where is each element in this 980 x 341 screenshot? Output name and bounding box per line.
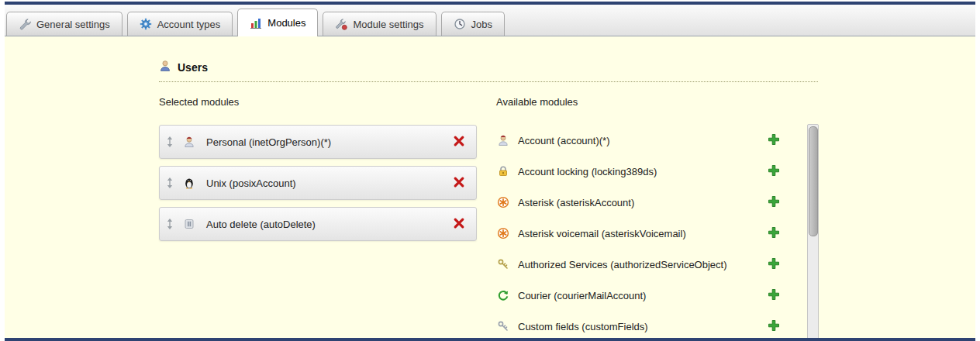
drag-handle-icon[interactable] bbox=[166, 177, 174, 189]
module-label: Custom fields (customFields) bbox=[518, 321, 766, 332]
users-section-header: Users bbox=[159, 60, 975, 75]
tab-module-settings[interactable]: Module settings bbox=[323, 12, 436, 36]
available-module-custom-fields: Custom fields (customFields) bbox=[496, 311, 782, 338]
bar-chart-icon bbox=[250, 17, 262, 29]
keys-icon bbox=[496, 258, 510, 270]
person-icon bbox=[183, 136, 195, 148]
tools-icon bbox=[335, 18, 347, 30]
available-module-courier: Courier (courierMailAccount) bbox=[496, 280, 782, 311]
add-plus-icon bbox=[768, 319, 780, 334]
tab-jobs[interactable]: Jobs bbox=[441, 12, 505, 36]
asterisk-icon bbox=[496, 227, 510, 239]
keys-icon bbox=[496, 320, 510, 332]
delete-x-icon bbox=[453, 176, 465, 191]
add-plus-icon bbox=[768, 195, 780, 210]
tab-strip: General settings Account types Modules M… bbox=[5, 5, 975, 36]
tab-label: Module settings bbox=[353, 19, 423, 30]
available-module-asterisk-voicemail: Asterisk voicemail (asteriskVoicemail) bbox=[496, 218, 782, 249]
modules-tab-content: Users Selected modules Personal (inetOrg… bbox=[5, 36, 975, 338]
module-label: Account locking (locking389ds) bbox=[518, 166, 766, 177]
add-plus-icon bbox=[768, 164, 780, 179]
tab-label: General settings bbox=[36, 19, 110, 30]
add-module-button[interactable] bbox=[766, 132, 782, 150]
scrollbar-thumb[interactable] bbox=[809, 126, 818, 236]
tux-penguin-icon bbox=[183, 177, 195, 189]
user-icon bbox=[159, 60, 171, 75]
available-modules-header: Available modules bbox=[496, 96, 819, 108]
tab-label: Jobs bbox=[471, 19, 492, 30]
remove-module-button[interactable] bbox=[451, 133, 467, 151]
wrench-icon bbox=[19, 18, 31, 30]
delete-x-icon bbox=[453, 135, 465, 150]
drag-handle-icon[interactable] bbox=[166, 218, 174, 230]
add-module-button[interactable] bbox=[766, 194, 782, 212]
bottom-accent-bar bbox=[5, 338, 975, 341]
section-title: Users bbox=[178, 61, 208, 74]
tab-label: Account types bbox=[157, 19, 221, 30]
available-modules-scrollbar[interactable] bbox=[807, 124, 819, 338]
selected-module-auto-delete[interactable]: Auto delete (autoDelete) bbox=[159, 207, 477, 241]
add-module-button[interactable] bbox=[766, 225, 782, 243]
module-label: Unix (posixAccount) bbox=[206, 177, 451, 189]
tab-general-settings[interactable]: General settings bbox=[6, 12, 122, 36]
add-plus-icon bbox=[768, 226, 780, 241]
module-label: Auto delete (autoDelete) bbox=[206, 219, 451, 230]
auto-delete-icon bbox=[183, 218, 195, 230]
available-module-authorized-services: Authorized Services (authorizedServiceOb… bbox=[496, 249, 782, 280]
selected-module-personal[interactable]: Personal (inetOrgPerson)(*) bbox=[159, 125, 477, 159]
delete-x-icon bbox=[453, 217, 465, 232]
page: General settings Account types Modules M… bbox=[5, 2, 975, 341]
gear-icon bbox=[140, 18, 152, 30]
person-icon bbox=[496, 134, 510, 146]
module-label: Account (account)(*) bbox=[518, 135, 766, 146]
available-module-account-locking: Account locking (locking389ds) bbox=[496, 156, 782, 187]
add-module-button[interactable] bbox=[766, 256, 782, 274]
available-module-asterisk: Asterisk (asteriskAccount) bbox=[496, 187, 782, 218]
add-plus-icon bbox=[768, 288, 780, 303]
section-divider bbox=[159, 81, 818, 82]
add-plus-icon bbox=[768, 133, 780, 148]
available-module-account: Account (account)(*) bbox=[496, 125, 782, 156]
refresh-icon bbox=[496, 289, 510, 301]
module-label: Authorized Services (authorizedServiceOb… bbox=[518, 259, 766, 270]
tab-account-types[interactable]: Account types bbox=[127, 12, 233, 36]
asterisk-icon bbox=[496, 196, 510, 208]
available-modules-column: Available modules Account (account)(*) bbox=[496, 96, 819, 338]
add-plus-icon bbox=[768, 257, 780, 272]
clock-icon bbox=[454, 18, 466, 30]
add-module-button[interactable] bbox=[766, 287, 782, 305]
remove-module-button[interactable] bbox=[451, 174, 467, 192]
add-module-button[interactable] bbox=[766, 318, 782, 336]
tab-modules[interactable]: Modules bbox=[237, 9, 318, 36]
selected-modules-header: Selected modules bbox=[159, 96, 477, 108]
tab-label: Modules bbox=[267, 17, 305, 29]
remove-module-button[interactable] bbox=[451, 215, 467, 233]
module-label: Courier (courierMailAccount) bbox=[518, 290, 766, 301]
module-label: Asterisk voicemail (asteriskVoicemail) bbox=[518, 228, 766, 239]
padlock-icon bbox=[496, 165, 510, 177]
selected-modules-column: Selected modules Personal (inetOrgPerson… bbox=[159, 96, 477, 338]
module-label: Personal (inetOrgPerson)(*) bbox=[206, 136, 451, 148]
module-label: Asterisk (asteriskAccount) bbox=[518, 197, 766, 208]
selected-module-unix[interactable]: Unix (posixAccount) bbox=[159, 166, 477, 200]
add-module-button[interactable] bbox=[766, 163, 782, 181]
drag-handle-icon[interactable] bbox=[166, 136, 174, 148]
